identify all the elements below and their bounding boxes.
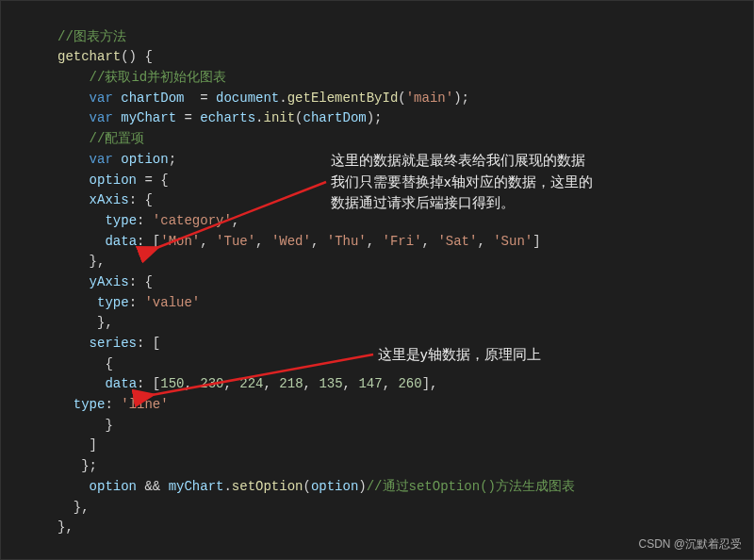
- annotation-1-line2: 我们只需要替换掉x轴对应的数据，这里的: [331, 172, 593, 193]
- annotation-1-line3: 数据通过请求后端接口得到。: [331, 192, 593, 214]
- keyword: var: [90, 91, 113, 106]
- comment: //获取id并初始化图表: [90, 70, 227, 85]
- annotation-2: 这里是y轴数据，原理同上: [378, 344, 541, 366]
- func-name: getchart: [57, 49, 121, 64]
- punct: () {: [121, 49, 153, 64]
- comment: //图表方法: [57, 29, 126, 44]
- annotation-1: 这里的数据就是最终表给我们展现的数据 我们只需要替换掉x轴对应的数据，这里的 数…: [331, 150, 593, 214]
- code-block: //图表方法 getchart() { //获取id并初始化图表 var cha…: [1, 1, 753, 538]
- watermark: CSDN @沉默着忍受: [638, 535, 742, 553]
- ident: chartDom: [121, 91, 184, 106]
- annotation-1-line1: 这里的数据就是最终表给我们展现的数据: [331, 150, 593, 172]
- annotation-2-text: 这里是y轴数据，原理同上: [378, 346, 541, 362]
